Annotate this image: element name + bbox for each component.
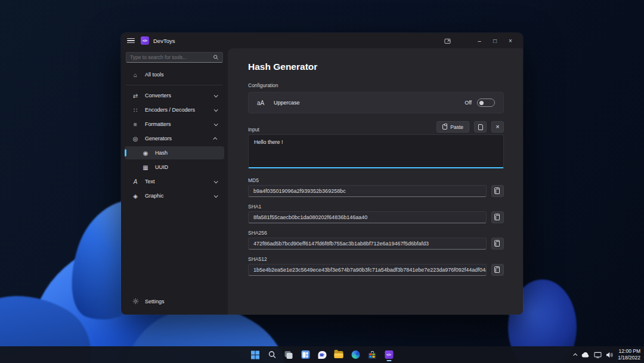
sidebar-item-label: Settings — [145, 299, 165, 304]
sidebar-item-label: Hash — [155, 150, 168, 156]
text-tool-icon: A — [131, 179, 140, 185]
chat-button[interactable] — [315, 347, 329, 362]
toggle-state-label: Off — [465, 100, 472, 106]
chevron-down-icon — [214, 122, 218, 126]
sidebar-item-settings[interactable]: Settings — [125, 295, 224, 308]
microsoft-store-icon — [369, 351, 376, 359]
windows-start-icon — [251, 350, 260, 359]
volume-icon[interactable] — [606, 352, 614, 358]
window-title: DevToys — [153, 38, 175, 44]
close-button[interactable]: × — [503, 35, 518, 47]
file-icon — [478, 124, 483, 130]
uppercase-label: Uppercase — [274, 100, 300, 106]
minimize-button[interactable]: – — [472, 35, 487, 47]
network-icon[interactable] — [594, 352, 602, 358]
md5-group: MD5 b9a4f035019096a2f939352b369258bc — [248, 177, 504, 197]
sidebar-nav: ⌂ All tools ⇄ Converters ∷ Encoders / De… — [121, 67, 228, 203]
sidebar-item-graphic[interactable]: ◈ Graphic — [125, 189, 224, 202]
chevron-down-icon — [214, 93, 218, 97]
clear-input-button[interactable]: × — [491, 121, 504, 133]
sidebar-item-formatters[interactable]: ≡ Formatters — [125, 118, 224, 131]
edge-button[interactable] — [349, 347, 363, 362]
chevron-down-icon — [214, 107, 218, 112]
clipboard-icon — [442, 124, 447, 130]
sidebar-item-converters[interactable]: ⇄ Converters — [125, 89, 224, 102]
chat-icon — [318, 351, 326, 359]
formatters-icon: ≡ — [131, 121, 140, 128]
sha256-output-field[interactable]: 472f86ad5b7bcd90eff6147fd6f8fb755ac3b1ab… — [248, 238, 487, 250]
sha512-group: SHA512 1b5e4b2ea5e1e23c5649ece43bf3e674b… — [248, 256, 504, 276]
start-button[interactable] — [249, 347, 262, 362]
sidebar-item-label: Converters — [145, 93, 171, 99]
file-explorer-icon — [335, 351, 343, 358]
compact-overlay-button[interactable] — [439, 35, 455, 47]
active-app-indicator — [386, 360, 391, 361]
widgets-button[interactable] — [299, 347, 312, 362]
sidebar-item-generators[interactable]: ◎ Generators — [125, 132, 224, 145]
titlebar: </> DevToys – □ × — [121, 33, 523, 48]
home-icon: ⌂ — [131, 72, 140, 78]
sidebar-item-label: Graphic — [145, 193, 164, 199]
sha256-label: SHA256 — [248, 230, 504, 236]
input-textarea[interactable]: Hello there ! — [248, 134, 504, 168]
sidebar-item-label: Formatters — [145, 121, 171, 127]
maximize-button[interactable]: □ — [487, 35, 503, 47]
sidebar-item-uuid[interactable]: ▦ UUID — [125, 161, 224, 174]
page-title: Hash Generator — [248, 61, 504, 72]
uppercase-toggle[interactable] — [477, 99, 495, 107]
open-file-button[interactable] — [474, 121, 487, 133]
copy-icon — [496, 241, 500, 247]
copy-icon — [496, 189, 500, 194]
sha1-copy-button[interactable] — [491, 211, 504, 223]
task-view-icon — [285, 351, 293, 359]
sha256-group: SHA256 472f86ad5b7bcd90eff6147fd6f8fb755… — [248, 230, 504, 250]
sidebar-item-all-tools[interactable]: ⌂ All tools — [125, 68, 224, 81]
hamburger-menu-icon[interactable] — [127, 38, 135, 44]
sha512-output-field[interactable]: 1b5e4b2ea5e1e23c5649ece43bf3e674b7a90b3f… — [248, 264, 487, 276]
onedrive-cloud-icon[interactable] — [581, 352, 590, 358]
date-label: 1/18/2022 — [618, 355, 640, 361]
sidebar-item-text[interactable]: A Text — [125, 175, 224, 188]
paste-button-label: Paste — [450, 124, 463, 130]
chevron-down-icon — [214, 179, 218, 183]
taskbar: </> 12:00 PM 1/18/2022 — [0, 346, 644, 363]
devtoys-logo-icon: </> — [141, 36, 149, 45]
compact-overlay-icon — [444, 38, 451, 44]
md5-output-field[interactable]: b9a4f035019096a2f939352b369258bc — [248, 185, 487, 197]
sidebar-item-label: All tools — [145, 72, 164, 78]
tray-chevron-up-icon[interactable] — [573, 353, 577, 357]
devtoys-icon: </> — [385, 350, 393, 359]
close-icon: × — [496, 124, 499, 130]
sidebar-divider — [126, 85, 223, 85]
sha1-output-field[interactable]: 8fa581f55caecb0bc1da080202f64836b146aa40 — [248, 211, 487, 223]
system-tray: 12:00 PM 1/18/2022 — [574, 346, 640, 363]
sha512-copy-button[interactable] — [491, 264, 504, 276]
time-label: 12:00 PM — [618, 348, 640, 355]
search-icon — [268, 350, 276, 359]
sidebar-item-label: Generators — [145, 136, 172, 141]
uuid-icon: ▦ — [141, 164, 150, 171]
hash-icon: ◉ — [141, 150, 150, 156]
sidebar-item-hash[interactable]: ◉ Hash — [125, 146, 224, 159]
task-view-button[interactable] — [282, 347, 296, 362]
encoders-decoders-icon: ∷ — [131, 107, 140, 113]
search-box[interactable] — [126, 52, 223, 63]
microsoft-store-button[interactable] — [366, 347, 379, 362]
sha256-copy-button[interactable] — [491, 238, 504, 250]
md5-label: MD5 — [248, 177, 504, 183]
sidebar-item-encoders-decoders[interactable]: ∷ Encoders / Decoders — [125, 103, 224, 116]
file-explorer-button[interactable] — [332, 347, 346, 362]
paste-button[interactable]: Paste — [436, 121, 469, 133]
sha1-label: SHA1 — [248, 204, 504, 210]
generators-icon: ◎ — [131, 136, 140, 142]
edge-icon — [351, 350, 360, 359]
md5-copy-button[interactable] — [491, 185, 504, 197]
uppercase-setting-card: aA Uppercase Off — [248, 92, 504, 113]
search-input[interactable] — [130, 54, 213, 60]
search-icon — [213, 54, 219, 60]
taskbar-clock[interactable]: 12:00 PM 1/18/2022 — [618, 348, 640, 361]
taskbar-search-button[interactable] — [265, 347, 279, 362]
devtoys-taskbar-button[interactable]: </> — [382, 347, 396, 362]
copy-icon — [496, 267, 500, 273]
sidebar-item-label: UUID — [155, 164, 168, 170]
